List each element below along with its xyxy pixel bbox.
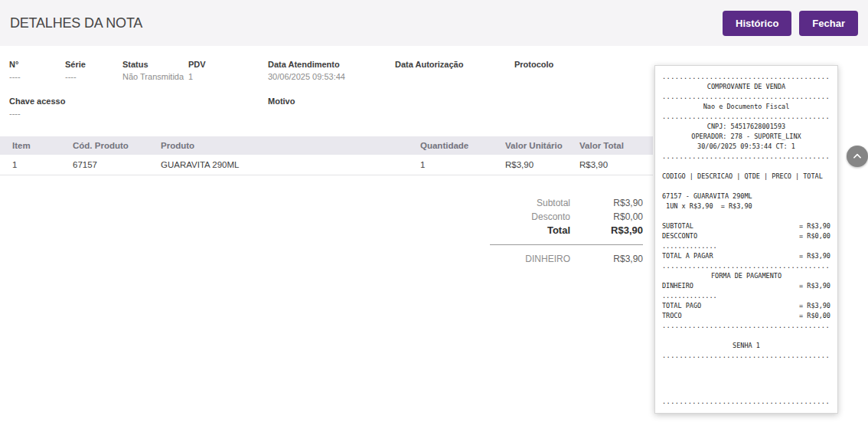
receipt-line-value: = R$0,00	[799, 311, 830, 321]
field-label: Chave acesso	[9, 97, 65, 106]
field-label: PDV	[188, 60, 206, 69]
summary-subtotal: Subtotal R$3,90	[413, 196, 643, 210]
receipt-line: 1UN x R$3,90 = R$3,90	[662, 201, 830, 211]
field-label: Motivo	[268, 97, 295, 106]
field-motivo: Motivo	[268, 97, 295, 118]
summary-value: R$3,90	[570, 224, 643, 237]
receipt-line-value: = R$3,90	[799, 281, 830, 291]
historico-button[interactable]: Histórico	[723, 11, 791, 36]
field-value: 1	[188, 72, 206, 81]
field-label: Data Autorização	[395, 60, 463, 69]
receipt-blank-line	[662, 211, 830, 221]
receipt-line-label: DESCCONTO	[662, 231, 697, 241]
field-label: Status	[122, 60, 184, 69]
table-cell: R$3,90	[579, 155, 608, 175]
receipt-preview: ........................................…	[654, 65, 838, 414]
summary-divider	[490, 244, 643, 245]
field-chave-acesso: Chave acesso ----	[9, 97, 65, 118]
receipt-line-label: DINHEIRO	[662, 281, 693, 291]
field-data-atendimento: Data Atendimento 30/06/2025 09:53:44	[268, 60, 345, 81]
receipt-line: CNPJ: 54517628001593	[662, 122, 830, 132]
summary-payment: DINHEIRO R$3,90	[413, 252, 643, 266]
field-value: Não Transmitida	[122, 72, 184, 81]
receipt-line: Nao e Documento Fiscal	[662, 102, 830, 112]
receipt-line: TOTAL A PAGAR= R$3,90	[662, 251, 830, 261]
receipt-divider: ........................................…	[662, 321, 830, 331]
table-cell: GUARAVITA 290ML	[161, 155, 239, 175]
field-label: N°	[9, 60, 21, 69]
receipt-divider: ........................................…	[662, 152, 830, 162]
receipt-divider: ........................................…	[662, 112, 830, 122]
receipt-line: DINHEIRO= R$3,90	[662, 281, 830, 291]
summary-desconto: Desconto R$0,00	[413, 210, 643, 224]
field-label: Data Atendimento	[268, 60, 345, 69]
field-value	[395, 72, 463, 81]
receipt-lines: ........................................…	[662, 72, 830, 407]
receipt-line: FORMA DE PAGAMENTO	[662, 271, 830, 281]
table-body: 167157GUARAVITA 290ML1R$3,90R$3,90	[0, 155, 653, 175]
field-protocolo: Protocolo	[514, 60, 553, 81]
receipt-line: 30/06/2025 09:53:44 CT: 1	[662, 142, 830, 152]
summary-label: Desconto	[531, 210, 570, 224]
payment-method-label: DINHEIRO	[525, 252, 570, 266]
column-header: Produto	[161, 136, 194, 155]
receipt-line: COMPROVANTE DE VENDA	[662, 82, 830, 92]
table-cell: 1	[12, 155, 17, 175]
receipt-line: TROCO= R$0,00	[662, 311, 830, 321]
summary-value: R$3,90	[570, 196, 643, 210]
header-bar: DETALHES DA NOTA Histórico Fechar	[0, 0, 868, 46]
table-row[interactable]: 167157GUARAVITA 290ML1R$3,90R$3,90	[0, 155, 653, 175]
column-header: Item	[12, 136, 31, 155]
field-value: ----	[9, 72, 21, 81]
chevron-up-icon	[852, 151, 863, 162]
receipt-divider: ........................................…	[662, 261, 830, 271]
totals-summary: Subtotal R$3,90 Desconto R$0,00 Total R$…	[413, 196, 643, 266]
receipt-line-label: TROCO	[662, 311, 682, 321]
scroll-top-button[interactable]	[847, 146, 868, 167]
payment-method-value: R$3,90	[570, 252, 643, 266]
field-numero: N° ----	[9, 60, 21, 81]
summary-total: Total R$3,90	[413, 224, 643, 237]
field-value: ----	[65, 72, 86, 81]
receipt-line: 67157 - GUARAVITA 290ML	[662, 192, 830, 201]
summary-label: Subtotal	[537, 196, 570, 210]
column-header: Valor Total	[579, 136, 624, 155]
receipt-divider: ........................................…	[662, 72, 830, 82]
column-header: Quantidade	[420, 136, 468, 155]
fechar-button[interactable]: Fechar	[799, 11, 858, 36]
field-status: Status Não Transmitida	[122, 60, 184, 81]
receipt-line-value: = R$0,00	[799, 231, 830, 241]
summary-label: Total	[547, 224, 570, 237]
receipt-blank-line	[662, 182, 830, 192]
column-header: Valor Unitário	[505, 136, 563, 155]
page-title: DETALHES DA NOTA	[10, 15, 142, 31]
receipt-line-label: TOTAL PAGO	[662, 301, 701, 311]
receipt-line: CODIGO | DESCRICAO | QTDE | PRECO | TOTA…	[662, 172, 830, 182]
receipt-divider: ........................................…	[662, 351, 830, 361]
receipt-short-divider: ..............	[662, 241, 830, 251]
field-label: Protocolo	[514, 60, 553, 69]
table-cell: 67157	[73, 155, 97, 175]
summary-value: R$0,00	[570, 210, 643, 224]
receipt-line-label: TOTAL A PAGAR	[662, 251, 713, 261]
receipt-line: DESCCONTO= R$0,00	[662, 231, 830, 241]
field-value	[514, 72, 553, 81]
items-table: ItemCód. ProdutoProdutoQuantidadeValor U…	[0, 136, 653, 175]
field-value: 30/06/2025 09:53:44	[268, 72, 345, 81]
table-header: ItemCód. ProdutoProdutoQuantidadeValor U…	[0, 136, 653, 155]
field-value: ----	[9, 109, 65, 118]
column-header: Cód. Produto	[73, 136, 129, 155]
receipt-line: TOTAL PAGO= R$3,90	[662, 301, 830, 311]
receipt-line: SUBTOTAL= R$3,90	[662, 221, 830, 231]
receipt-divider: ........................................…	[662, 397, 830, 407]
receipt-line-label: SUBTOTAL	[662, 221, 693, 231]
field-serie: Série ----	[65, 60, 86, 81]
header-actions: Histórico Fechar	[723, 11, 858, 36]
receipt-blank-line	[662, 331, 830, 341]
receipt-line-value: = R$3,90	[799, 251, 830, 261]
field-value	[268, 109, 295, 118]
receipt-line-value: = R$3,90	[799, 221, 830, 231]
table-cell: 1	[420, 155, 425, 175]
table-cell: R$3,90	[505, 155, 534, 175]
receipt-blank-line	[662, 162, 830, 172]
